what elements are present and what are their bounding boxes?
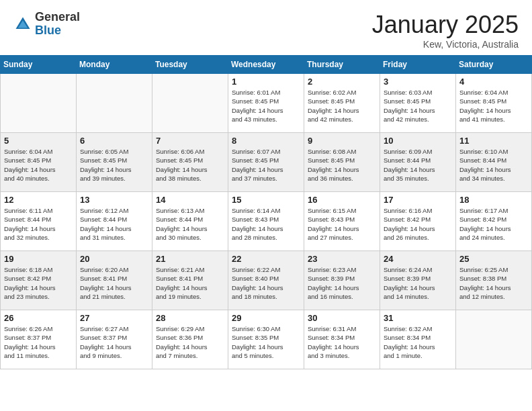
day-info: Sunrise: 6:29 AM Sunset: 8:36 PM Dayligh… xyxy=(156,324,224,360)
day-number: 29 xyxy=(232,313,300,323)
day-number: 24 xyxy=(384,254,452,264)
calendar-week-row: 12Sunrise: 6:11 AM Sunset: 8:44 PM Dayli… xyxy=(1,192,532,251)
calendar-day-cell: 28Sunrise: 6:29 AM Sunset: 8:36 PM Dayli… xyxy=(152,310,228,369)
day-info: Sunrise: 6:13 AM Sunset: 8:44 PM Dayligh… xyxy=(156,206,224,242)
day-info: Sunrise: 6:27 AM Sunset: 8:37 PM Dayligh… xyxy=(80,324,148,360)
calendar-day-cell: 6Sunrise: 6:05 AM Sunset: 8:45 PM Daylig… xyxy=(77,133,152,192)
day-info: Sunrise: 6:06 AM Sunset: 8:45 PM Dayligh… xyxy=(156,147,224,183)
day-info: Sunrise: 6:14 AM Sunset: 8:43 PM Dayligh… xyxy=(232,206,300,242)
day-number: 6 xyxy=(80,136,148,146)
day-info: Sunrise: 6:30 AM Sunset: 8:35 PM Dayligh… xyxy=(232,324,300,360)
calendar-day-cell xyxy=(152,74,228,133)
calendar-week-row: 26Sunrise: 6:26 AM Sunset: 8:37 PM Dayli… xyxy=(1,310,532,369)
day-info: Sunrise: 6:05 AM Sunset: 8:45 PM Dayligh… xyxy=(80,147,148,183)
page: General Blue January 2025 Kew, Victoria,… xyxy=(0,0,532,411)
day-info: Sunrise: 6:04 AM Sunset: 8:45 PM Dayligh… xyxy=(459,88,528,124)
calendar-week-row: 5Sunrise: 6:04 AM Sunset: 8:45 PM Daylig… xyxy=(1,133,532,192)
logo-general: General xyxy=(35,11,80,24)
weekday-header-sunday: Sunday xyxy=(1,56,77,74)
calendar-day-cell: 11Sunrise: 6:10 AM Sunset: 8:44 PM Dayli… xyxy=(456,133,532,192)
weekday-header-thursday: Thursday xyxy=(304,56,380,74)
day-number: 21 xyxy=(156,254,224,264)
calendar-week-row: 19Sunrise: 6:18 AM Sunset: 8:42 PM Dayli… xyxy=(1,251,532,310)
calendar-day-cell: 9Sunrise: 6:08 AM Sunset: 8:45 PM Daylig… xyxy=(304,133,380,192)
day-info: Sunrise: 6:10 AM Sunset: 8:44 PM Dayligh… xyxy=(459,147,528,183)
day-number: 18 xyxy=(459,195,528,205)
calendar-day-cell: 26Sunrise: 6:26 AM Sunset: 8:37 PM Dayli… xyxy=(1,310,77,369)
calendar-day-cell: 4Sunrise: 6:04 AM Sunset: 8:45 PM Daylig… xyxy=(456,74,532,133)
calendar-header: SundayMondayTuesdayWednesdayThursdayFrid… xyxy=(1,56,532,74)
calendar-day-cell: 20Sunrise: 6:20 AM Sunset: 8:41 PM Dayli… xyxy=(77,251,152,310)
day-number: 2 xyxy=(308,77,376,87)
day-number: 20 xyxy=(80,254,148,264)
day-number: 5 xyxy=(4,136,73,146)
day-number: 31 xyxy=(384,313,452,323)
day-info: Sunrise: 6:23 AM Sunset: 8:39 PM Dayligh… xyxy=(308,265,376,301)
day-number: 30 xyxy=(308,313,376,323)
calendar-table: SundayMondayTuesdayWednesdayThursdayFrid… xyxy=(0,55,532,369)
calendar-day-cell: 1Sunrise: 6:01 AM Sunset: 8:45 PM Daylig… xyxy=(228,74,304,133)
calendar-day-cell: 24Sunrise: 6:24 AM Sunset: 8:39 PM Dayli… xyxy=(380,251,456,310)
day-info: Sunrise: 6:02 AM Sunset: 8:45 PM Dayligh… xyxy=(308,88,376,124)
day-info: Sunrise: 6:22 AM Sunset: 8:40 PM Dayligh… xyxy=(232,265,300,301)
day-info: Sunrise: 6:01 AM Sunset: 8:45 PM Dayligh… xyxy=(232,88,300,124)
day-info: Sunrise: 6:03 AM Sunset: 8:45 PM Dayligh… xyxy=(384,88,452,124)
day-number: 25 xyxy=(459,254,528,264)
day-info: Sunrise: 6:16 AM Sunset: 8:42 PM Dayligh… xyxy=(384,206,452,242)
day-number: 12 xyxy=(4,195,73,205)
calendar-day-cell: 22Sunrise: 6:22 AM Sunset: 8:40 PM Dayli… xyxy=(228,251,304,310)
month-title: January 2025 xyxy=(372,11,519,39)
day-info: Sunrise: 6:25 AM Sunset: 8:38 PM Dayligh… xyxy=(459,265,528,301)
calendar-day-cell: 14Sunrise: 6:13 AM Sunset: 8:44 PM Dayli… xyxy=(152,192,228,251)
logo-text: General Blue xyxy=(35,11,80,38)
day-info: Sunrise: 6:04 AM Sunset: 8:45 PM Dayligh… xyxy=(4,147,73,183)
day-number: 16 xyxy=(308,195,376,205)
logo: General Blue xyxy=(13,11,80,38)
calendar-day-cell: 27Sunrise: 6:27 AM Sunset: 8:37 PM Dayli… xyxy=(77,310,152,369)
day-info: Sunrise: 6:07 AM Sunset: 8:45 PM Dayligh… xyxy=(232,147,300,183)
weekday-header-saturday: Saturday xyxy=(456,56,532,74)
location: Kew, Victoria, Australia xyxy=(372,39,519,50)
day-number: 27 xyxy=(80,313,148,323)
calendar-day-cell: 10Sunrise: 6:09 AM Sunset: 8:44 PM Dayli… xyxy=(380,133,456,192)
calendar-day-cell: 15Sunrise: 6:14 AM Sunset: 8:43 PM Dayli… xyxy=(228,192,304,251)
weekday-header-monday: Monday xyxy=(77,56,152,74)
day-info: Sunrise: 6:26 AM Sunset: 8:37 PM Dayligh… xyxy=(4,324,73,360)
logo-blue: Blue xyxy=(35,24,80,38)
day-info: Sunrise: 6:18 AM Sunset: 8:42 PM Dayligh… xyxy=(4,265,73,301)
day-number: 19 xyxy=(4,254,73,264)
day-info: Sunrise: 6:12 AM Sunset: 8:44 PM Dayligh… xyxy=(80,206,148,242)
calendar-day-cell: 30Sunrise: 6:31 AM Sunset: 8:34 PM Dayli… xyxy=(304,310,380,369)
calendar-day-cell xyxy=(456,310,532,369)
day-number: 7 xyxy=(156,136,224,146)
calendar-day-cell xyxy=(77,74,152,133)
weekday-header-wednesday: Wednesday xyxy=(228,56,304,74)
day-number: 23 xyxy=(308,254,376,264)
day-info: Sunrise: 6:31 AM Sunset: 8:34 PM Dayligh… xyxy=(308,324,376,360)
day-info: Sunrise: 6:17 AM Sunset: 8:42 PM Dayligh… xyxy=(459,206,528,242)
day-number: 17 xyxy=(384,195,452,205)
calendar-day-cell: 21Sunrise: 6:21 AM Sunset: 8:41 PM Dayli… xyxy=(152,251,228,310)
day-number: 9 xyxy=(308,136,376,146)
day-number: 15 xyxy=(232,195,300,205)
day-number: 11 xyxy=(459,136,528,146)
calendar-day-cell: 31Sunrise: 6:32 AM Sunset: 8:34 PM Dayli… xyxy=(380,310,456,369)
calendar-day-cell: 29Sunrise: 6:30 AM Sunset: 8:35 PM Dayli… xyxy=(228,310,304,369)
calendar-day-cell: 16Sunrise: 6:15 AM Sunset: 8:43 PM Dayli… xyxy=(304,192,380,251)
calendar-day-cell: 3Sunrise: 6:03 AM Sunset: 8:45 PM Daylig… xyxy=(380,74,456,133)
calendar-day-cell: 25Sunrise: 6:25 AM Sunset: 8:38 PM Dayli… xyxy=(456,251,532,310)
day-number: 4 xyxy=(459,77,528,87)
day-info: Sunrise: 6:24 AM Sunset: 8:39 PM Dayligh… xyxy=(384,265,452,301)
day-number: 10 xyxy=(384,136,452,146)
weekday-header-row: SundayMondayTuesdayWednesdayThursdayFrid… xyxy=(1,56,532,74)
calendar-day-cell: 2Sunrise: 6:02 AM Sunset: 8:45 PM Daylig… xyxy=(304,74,380,133)
calendar-week-row: 1Sunrise: 6:01 AM Sunset: 8:45 PM Daylig… xyxy=(1,74,532,133)
day-info: Sunrise: 6:11 AM Sunset: 8:44 PM Dayligh… xyxy=(4,206,73,242)
calendar-day-cell: 13Sunrise: 6:12 AM Sunset: 8:44 PM Dayli… xyxy=(77,192,152,251)
title-block: January 2025 Kew, Victoria, Australia xyxy=(372,11,519,50)
day-info: Sunrise: 6:21 AM Sunset: 8:41 PM Dayligh… xyxy=(156,265,224,301)
calendar-day-cell: 19Sunrise: 6:18 AM Sunset: 8:42 PM Dayli… xyxy=(1,251,77,310)
calendar-day-cell: 17Sunrise: 6:16 AM Sunset: 8:42 PM Dayli… xyxy=(380,192,456,251)
calendar-day-cell: 8Sunrise: 6:07 AM Sunset: 8:45 PM Daylig… xyxy=(228,133,304,192)
day-info: Sunrise: 6:20 AM Sunset: 8:41 PM Dayligh… xyxy=(80,265,148,301)
